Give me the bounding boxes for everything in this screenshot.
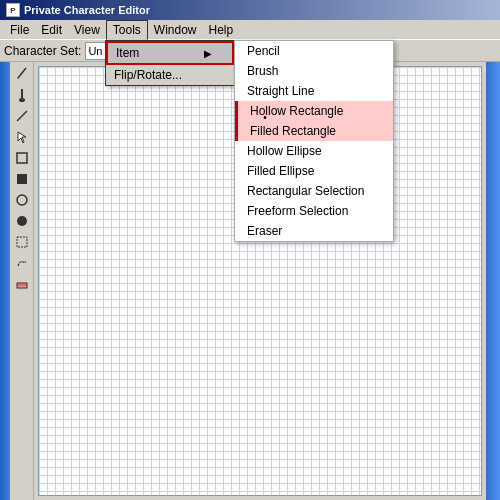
- tool-rectangle-filled[interactable]: [12, 169, 32, 189]
- toolbar: [10, 62, 34, 500]
- item-submenu: Pencil Brush Straight Line Hollow Rectan…: [234, 40, 394, 242]
- menu-bar: File Edit View Tools Window Help: [0, 20, 500, 40]
- menu-tools[interactable]: Tools: [106, 20, 148, 40]
- tool-ellipse-hollow[interactable]: [12, 190, 32, 210]
- tool-freeform[interactable]: [12, 253, 32, 273]
- tool-pencil[interactable]: [12, 64, 32, 84]
- svg-point-9: [17, 216, 27, 226]
- submenu-filled-ellipse[interactable]: Filled Ellipse: [235, 161, 393, 181]
- tool-cursor[interactable]: [12, 127, 32, 147]
- tool-ellipse-filled[interactable]: [12, 211, 32, 231]
- dropdown-item-item[interactable]: Item ▶: [106, 41, 234, 65]
- dropdown-item-flip-rotate[interactable]: Flip/Rotate...: [106, 65, 234, 85]
- menu-window[interactable]: Window: [148, 21, 203, 39]
- tool-line[interactable]: [12, 106, 32, 126]
- right-blue-bar: [486, 62, 500, 500]
- svg-marker-5: [18, 132, 26, 143]
- submenu-rectangular-selection[interactable]: Rectangular Selection: [235, 181, 393, 201]
- svg-rect-7: [17, 174, 27, 184]
- app-title: Private Character Editor: [24, 4, 150, 16]
- svg-rect-6: [17, 153, 27, 163]
- submenu-pencil[interactable]: Pencil: [235, 41, 393, 61]
- submenu-brush[interactable]: Brush: [235, 61, 393, 81]
- app-icon: P: [6, 3, 20, 17]
- left-blue-bar: [0, 62, 10, 500]
- tool-brush[interactable]: [12, 85, 32, 105]
- svg-line-0: [18, 68, 26, 78]
- menu-view[interactable]: View: [68, 21, 106, 39]
- svg-rect-11: [17, 283, 27, 288]
- tool-rect-select[interactable]: [12, 232, 32, 252]
- submenu-straight-line[interactable]: Straight Line: [235, 81, 393, 101]
- svg-line-4: [17, 111, 27, 121]
- menu-file[interactable]: File: [4, 21, 35, 39]
- checkmark-indicator: •: [258, 110, 272, 124]
- svg-point-8: [17, 195, 27, 205]
- submenu-arrow-icon: ▶: [204, 48, 212, 59]
- tool-eraser[interactable]: [12, 274, 32, 294]
- svg-point-3: [19, 98, 25, 102]
- submenu-freeform-selection[interactable]: Freeform Selection: [235, 201, 393, 221]
- menu-help[interactable]: Help: [203, 21, 240, 39]
- charset-label: Character Set:: [4, 44, 81, 58]
- svg-rect-10: [17, 237, 27, 247]
- submenu-filled-rectangle[interactable]: Filled Rectangle: [235, 121, 393, 141]
- tools-dropdown: Item ▶ Flip/Rotate...: [105, 40, 235, 86]
- submenu-hollow-ellipse[interactable]: Hollow Ellipse: [235, 141, 393, 161]
- submenu-eraser[interactable]: Eraser: [235, 221, 393, 241]
- menu-edit[interactable]: Edit: [35, 21, 68, 39]
- tool-rectangle-hollow[interactable]: [12, 148, 32, 168]
- title-bar: P Private Character Editor: [0, 0, 500, 20]
